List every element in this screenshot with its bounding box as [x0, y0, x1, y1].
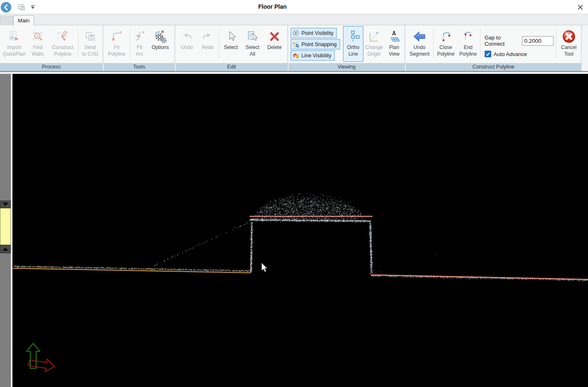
construct-separator-2	[480, 29, 480, 58]
select-all-icon	[246, 29, 259, 44]
undo-button[interactable]: Undo	[176, 26, 197, 63]
undo-segment-button[interactable]: Undo Segment	[407, 26, 432, 63]
find-walls-button[interactable]: Find Walls	[27, 26, 48, 63]
group-edit: Undo Redo	[176, 25, 288, 71]
close-polyline-label: Close Polyline	[437, 44, 455, 57]
window-title: Floor Plan	[0, 0, 545, 14]
find-walls-label: Find Walls	[32, 44, 44, 57]
gap-to-connect-label: Gap to Connect	[485, 34, 521, 47]
construct-polyline-button[interactable]: Construct Polyline	[48, 26, 77, 63]
edit-separator	[219, 29, 219, 58]
slider-down-button[interactable]	[0, 201, 11, 208]
import-quickplan-label: Import QuickPlan	[3, 44, 26, 57]
ribbon-tab-strip: Main	[0, 14, 588, 25]
fit-arc-label: Fit Arc	[136, 44, 143, 57]
fit-polyline-button[interactable]: Fit Polyline	[105, 26, 129, 63]
fit-arc-icon	[133, 29, 146, 44]
delete-icon	[268, 29, 281, 44]
send-to-cad-icon	[83, 29, 97, 44]
fit-polyline-label: Fit Polyline	[108, 44, 125, 57]
slider-up-button[interactable]	[0, 245, 11, 253]
redo-label: Redo	[202, 44, 214, 51]
delete-label: Delete	[267, 44, 282, 51]
ribbon: Import QuickPlan Find Walls	[0, 25, 588, 71]
group-label-process: Process	[0, 63, 103, 71]
group-construct-polyline: Undo Segment Close Polyline	[406, 25, 581, 71]
select-icon	[224, 29, 238, 44]
delete-button[interactable]: Delete	[263, 26, 286, 63]
point-visibility-toggle[interactable]: Point Visibility	[291, 28, 337, 38]
group-process: Import QuickPlan Find Walls	[0, 25, 103, 71]
line-visibility-label: Line Visibility	[301, 53, 331, 59]
fit-polyline-icon	[110, 29, 123, 44]
close-icon	[577, 4, 583, 10]
ribbon-filler	[582, 25, 588, 71]
triangle-up-icon	[2, 247, 8, 251]
slider-range-handle[interactable]	[0, 208, 11, 245]
options-label: Options	[152, 44, 169, 51]
auto-advance-checkbox[interactable]	[485, 51, 491, 57]
import-quickplan-button[interactable]: Import QuickPlan	[1, 26, 27, 63]
select-button[interactable]: Select	[220, 26, 242, 63]
tools-separator	[130, 29, 130, 58]
construct-polyline-icon	[56, 29, 69, 44]
line-visibility-toggle[interactable]: Line Visibility	[291, 50, 335, 61]
tab-main[interactable]: Main	[13, 15, 34, 26]
point-snapping-icon	[292, 41, 299, 48]
close-window-button[interactable]	[576, 3, 585, 11]
send-to-cad-button[interactable]: Send to CAD	[79, 26, 101, 63]
plan-view-button[interactable]: Plan View	[385, 26, 404, 63]
viewing-toggle-stack: Point Visibility Point Snapping	[289, 26, 341, 61]
options-icon	[153, 29, 167, 44]
construct-fields: Gap to Connect Auto Advance	[481, 26, 556, 57]
change-origin-label: Change Origin	[365, 44, 383, 57]
group-label-construct-polyline: Construct Polyline	[406, 63, 581, 71]
group-label-tools: Tools	[104, 63, 174, 71]
ortho-line-icon	[346, 29, 360, 44]
fit-arc-button[interactable]: Fit Arc	[131, 26, 148, 63]
process-separator	[78, 29, 78, 58]
redo-button[interactable]: Redo	[197, 26, 218, 63]
change-origin-icon	[368, 29, 381, 44]
tab-strip-left-block	[0, 16, 13, 26]
change-origin-button[interactable]: Change Origin	[363, 26, 385, 63]
title-bar: Floor Plan	[0, 0, 588, 14]
undo-label: Undo	[181, 44, 193, 51]
group-label-viewing: Viewing	[289, 63, 404, 71]
import-quickplan-icon	[7, 29, 21, 44]
construct-separator-3	[556, 29, 556, 58]
undo-segment-icon	[413, 29, 426, 44]
viewport	[0, 74, 588, 387]
end-polyline-label: End Polyline	[459, 44, 477, 57]
cancel-tool-label: Cancel Tool	[561, 44, 576, 57]
group-label-edit: Edit	[176, 63, 287, 71]
undo-icon	[180, 29, 194, 44]
plan-view-icon	[387, 29, 401, 44]
construct-separator-1	[433, 29, 434, 58]
options-button[interactable]: Options	[148, 26, 172, 63]
point-snapping-label: Point Snapping	[301, 42, 337, 47]
construct-polyline-label: Construct Polyline	[52, 44, 73, 57]
select-label: Select	[224, 44, 238, 51]
ortho-line-label: Ortho Line	[347, 44, 359, 57]
end-polyline-icon	[461, 29, 475, 44]
floor-plan-window: Floor Plan Main	[0, 0, 588, 387]
point-visibility-label: Point Visibility	[301, 30, 333, 36]
group-tools: Fit Polyline Fit Arc	[104, 25, 175, 71]
cancel-tool-button[interactable]: Cancel Tool	[557, 26, 580, 63]
line-visibility-icon	[292, 52, 299, 59]
undo-segment-label: Undo Segment	[409, 44, 429, 57]
auto-advance-label: Auto Advance	[494, 51, 527, 57]
select-all-button[interactable]: Select All	[242, 26, 263, 63]
close-polyline-button[interactable]: Close Polyline	[434, 26, 457, 63]
point-snapping-toggle[interactable]: Point Snapping	[291, 39, 340, 49]
gap-to-connect-input[interactable]	[522, 36, 554, 46]
triangle-down-icon	[2, 203, 8, 206]
end-polyline-button[interactable]: End Polyline	[457, 26, 479, 63]
checkmark-icon	[485, 51, 490, 56]
viewport-canvas[interactable]	[12, 74, 588, 387]
ortho-line-button[interactable]: Ortho Line	[343, 26, 363, 62]
redo-icon	[201, 29, 214, 44]
group-viewing: Point Visibility Point Snapping	[289, 25, 405, 71]
elevation-slider[interactable]	[0, 74, 11, 387]
